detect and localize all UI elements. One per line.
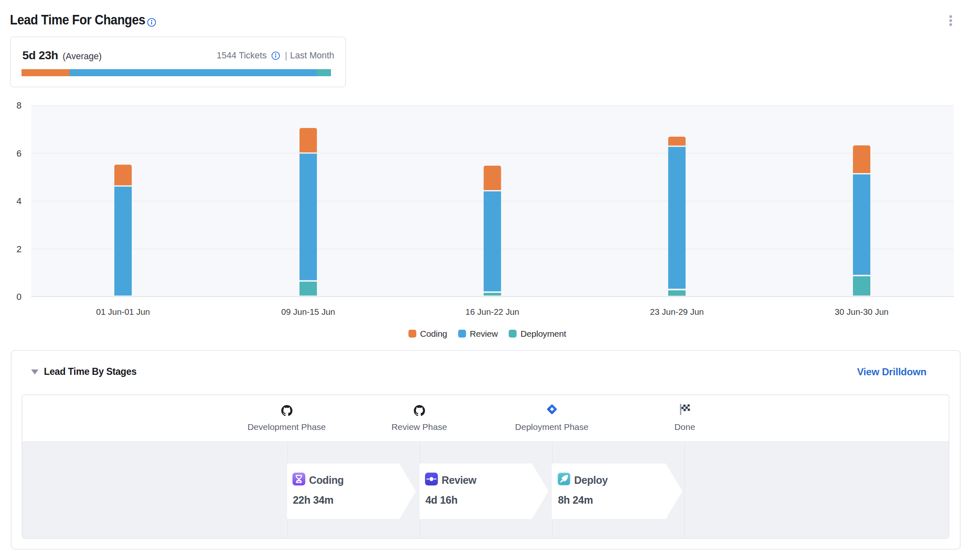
svg-text:0: 0	[17, 292, 22, 302]
svg-text:16 Jun-22 Jun: 16 Jun-22 Jun	[466, 307, 519, 316]
svg-text:30 Jun-30 Jun: 30 Jun-30 Jun	[835, 307, 889, 316]
svg-text:6: 6	[17, 148, 22, 159]
svg-text:09 Jun-15 Jun: 09 Jun-15 Jun	[281, 307, 335, 316]
svg-text:8: 8	[17, 100, 22, 111]
svg-text:2: 2	[17, 244, 22, 254]
svg-text:01 Jun-01 Jun: 01 Jun-01 Jun	[96, 307, 150, 316]
svg-text:4: 4	[17, 196, 22, 206]
svg-text:23 Jun-29 Jun: 23 Jun-29 Jun	[650, 307, 704, 316]
